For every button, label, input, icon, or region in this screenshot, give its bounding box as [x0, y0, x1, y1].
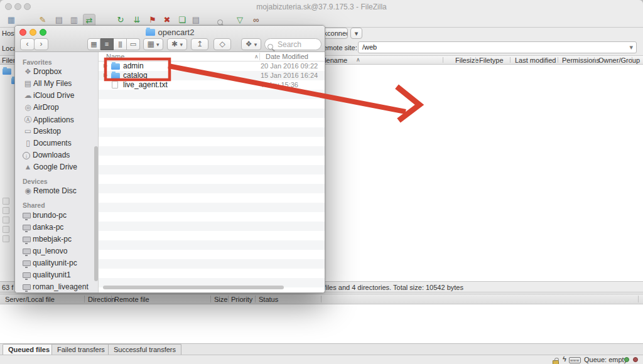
queue-col-size[interactable]: Size — [214, 296, 227, 303]
toggle-log-icon[interactable]: ▤ — [53, 14, 65, 26]
sidebar-item-remote-disc[interactable]: ◉Remote Disc — [23, 186, 77, 198]
sidebar-item-icloud-drive[interactable]: ☁iCloud Drive — [23, 91, 74, 102]
forward-button[interactable]: › — [34, 38, 48, 50]
sidebar-item-brundo-pc[interactable]: brundo-pc — [23, 211, 67, 222]
sidebar-section-devices: Devices — [23, 178, 48, 185]
coverflow-view-button[interactable]: ▭ — [127, 38, 140, 50]
tab-successful-transfers[interactable]: Successful transfers — [108, 344, 181, 355]
finder-list-header[interactable]: Name ∧ Date Modified — [99, 52, 325, 62]
remote-row-admin[interactable]: adminDirectory01/26/16 15:...flcdmpe (..… — [634, 74, 643, 83]
sidebar-item-danka-pc[interactable]: danka-pc — [23, 223, 63, 234]
remote-row-parent[interactable]: .. — [634, 65, 643, 74]
remote-row-crossdomain-xml[interactable]: crossdomain.xml197XML01/26/16 15:...adfr… — [634, 121, 643, 131]
dropbox-icon: ❖ — [23, 67, 33, 76]
remote-columns-header[interactable]: Filename ∧ Filesize Filetype Last modifi… — [317, 55, 643, 65]
remote-col-modified[interactable]: Last modified — [515, 56, 556, 64]
sidebar-item-google-drive[interactable]: ▲Google Drive — [23, 163, 77, 174]
remote-row-index-php[interactable]: index.php8163PHP01/26/16 15:...adfrw (06… — [634, 131, 643, 140]
queue-columns-header[interactable]: Server/Local file Direction Remote file … — [0, 294, 643, 304]
google-drive-icon: ▲ — [23, 163, 33, 171]
disconnect-icon[interactable]: ❏ — [176, 14, 188, 26]
remote-row-config-php[interactable]: config.php1747PHP01/26/16 15:...adfrw (0… — [634, 112, 643, 121]
sidebar-item-qualityunit1[interactable]: qualityunit1 — [23, 270, 71, 282]
cancel-icon[interactable]: ✖ — [161, 14, 173, 26]
edit-icon[interactable]: ✎ — [36, 14, 49, 26]
sidebar-item-airdrop[interactable]: ◎AirDrop — [23, 103, 59, 114]
back-button[interactable]: ‹ — [20, 38, 35, 50]
action-gear-button[interactable]: ✱ ▾ — [167, 38, 187, 50]
sync-browsing-icon[interactable]: ⇄ — [83, 14, 95, 26]
disclosure-triangle-icon[interactable]: ▶ — [104, 63, 107, 68]
column-name[interactable]: Name — [106, 53, 124, 60]
sidebar-scrollbar[interactable] — [94, 146, 98, 281]
remote-col-filetype[interactable]: Filetype — [479, 56, 504, 64]
finder-sidebar: Favorites ❖Dropbox ▤All My Files ☁iCloud… — [15, 52, 99, 292]
search-icon — [267, 41, 273, 52]
horizontal-scrollbar[interactable] — [103, 286, 284, 289]
process-queue-icon[interactable]: ⇊ — [131, 14, 143, 26]
refresh-icon[interactable]: ↻ — [114, 14, 127, 26]
arrange-button[interactable]: ▦ ▾ — [143, 38, 163, 50]
queue-col-status[interactable]: Status — [259, 296, 278, 303]
sidebar-item-qualityunit-pc[interactable]: qualityunit-pc — [23, 259, 77, 270]
disc-icon: ◉ — [23, 186, 33, 195]
computer-icon — [23, 213, 31, 218]
compare-icon[interactable]: ∞ — [250, 14, 262, 26]
sidebar-item-dropbox[interactable]: ❖Dropbox — [23, 67, 62, 78]
remote-pane-status: 4 files and 4 directories. Total size: 1… — [318, 284, 463, 291]
filter-icon[interactable]: ▽ — [234, 14, 246, 26]
sidebar-item-applications[interactable]: ⒶApplications — [23, 115, 74, 126]
queue-col-remote[interactable]: Remote file — [114, 296, 149, 303]
tag-button[interactable]: ◇ — [213, 38, 231, 50]
file-row-catalog[interactable]: ▶ catalog 15 Jan 2016 16:24 — [99, 71, 325, 80]
remote-site-field[interactable]: /web ▾ — [358, 41, 637, 53]
list-view-button[interactable]: ≡ — [100, 38, 114, 50]
fz-minimize-button[interactable] — [14, 3, 21, 10]
downloads-icon: ↓ — [23, 152, 30, 159]
remote-site-dropdown-icon[interactable]: ▾ — [629, 43, 633, 51]
remote-row-php-ini[interactable]: php.ini435Properties01/26/16 15:...adfrw… — [634, 140, 643, 149]
queue-col-local[interactable]: Server/Local file — [5, 296, 55, 303]
remote-col-owner[interactable]: Owner/Group — [598, 56, 640, 64]
queue-status-text: Queue: empty — [584, 356, 627, 363]
site-manager-icon[interactable]: ▦ — [5, 14, 18, 26]
folder-icon — [146, 29, 155, 36]
file-row-admin[interactable]: ▶ admin 20 Jan 2016 09:22 — [99, 62, 325, 71]
list-background[interactable] — [99, 62, 325, 292]
column-view-button[interactable]: ||| — [114, 38, 127, 50]
fz-close-button[interactable] — [5, 3, 12, 10]
quickconnect-dropdown[interactable]: ▾ — [350, 28, 362, 39]
queue-col-priority[interactable]: Priority — [231, 296, 252, 303]
tab-queued-files[interactable]: Queued files — [3, 344, 55, 355]
remote-row-system[interactable]: systemDirectory01/26/16 15:...flcdmpe (.… — [634, 102, 643, 112]
tab-failed-transfers[interactable]: Failed transfers — [51, 344, 111, 355]
finder-window-title: opencart2 — [15, 28, 325, 37]
queue-list-area[interactable] — [0, 304, 643, 343]
sidebar-item-documents[interactable]: ▯Documents — [23, 139, 72, 150]
fz-zoom-button[interactable] — [24, 3, 31, 10]
column-date-modified[interactable]: Date Modified — [266, 53, 308, 60]
remote-row-image[interactable]: imageDirectory01/26/16 15:...flcdmpe (..… — [634, 93, 643, 102]
remote-row-catalog[interactable]: catalogDirectory01/26/16 15:...flcdmpe (… — [634, 83, 643, 93]
file-row-live-agent-txt[interactable]: live_agent.txt Today 15:36 — [99, 80, 325, 90]
disclosure-triangle-icon[interactable]: ▶ — [104, 72, 107, 78]
sidebar-item-all-my-files[interactable]: ▤All My Files — [23, 79, 72, 90]
toggle-tree-icon[interactable]: ▥ — [68, 14, 80, 26]
remote-file-list[interactable]: .. adminDirectory01/26/16 15:...flcdmpe … — [317, 65, 643, 281]
applications-icon: Ⓐ — [23, 115, 33, 126]
sidebar-item-desktop[interactable]: ▭Desktop — [23, 127, 61, 138]
toggle-queue-icon[interactable]: ⚑ — [146, 14, 159, 26]
share-button[interactable]: ↥ — [191, 38, 208, 50]
directory-listing-icon[interactable]: ▤ — [190, 14, 202, 26]
finder-titlebar[interactable]: opencart2 ‹ › ▦ ≡ ||| ▭ ▦ ▾ ✱ ▾ ↥ ◇ ❖ ▾ — [15, 26, 325, 52]
sidebar-item-mbebjak-pc[interactable]: mbebjak-pc — [23, 235, 72, 246]
sidebar-item-downloads[interactable]: ↓Downloads — [23, 151, 70, 162]
icon-view-button[interactable]: ▦ — [87, 38, 100, 50]
dropbox-toolbar-button[interactable]: ❖ ▾ — [241, 38, 261, 50]
sidebar-item-roman-liveagent[interactable]: roman_liveagent — [23, 282, 89, 293]
airdrop-icon: ◎ — [23, 103, 33, 112]
chevron-down-icon: ▾ — [254, 41, 257, 48]
sidebar-item-qu-lenovo[interactable]: qu_lenovo — [23, 247, 67, 258]
queue-failure-indicator — [633, 357, 638, 362]
bolt-icon: ϟ — [563, 355, 566, 363]
